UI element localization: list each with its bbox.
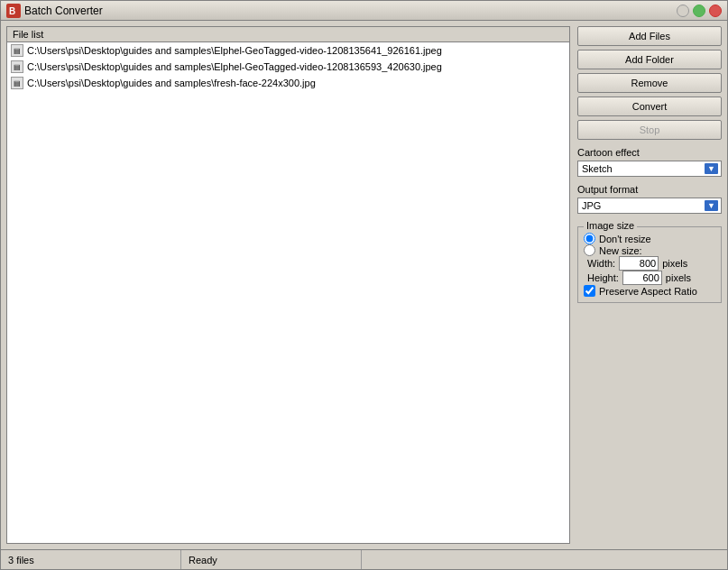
preserve-aspect-label[interactable]: Preserve Aspect Ratio — [599, 286, 697, 297]
dont-resize-radio[interactable] — [584, 233, 595, 244]
height-pixels-label: pixels — [666, 272, 691, 283]
output-format-select[interactable]: JPG PNG BMP TIFF — [577, 198, 722, 214]
ready-status: Ready — [181, 550, 362, 569]
file-icon: ▤ — [11, 60, 23, 73]
svg-text:B: B — [9, 6, 15, 16]
main-content: File list ▤C:\Users\psi\Desktop\guides a… — [1, 21, 727, 549]
file-icon: ▤ — [11, 77, 23, 89]
title-bar-buttons — [677, 5, 722, 17]
minimize-button[interactable] — [677, 5, 689, 17]
window-title: Batch Converter — [24, 5, 103, 17]
app-icon: B — [6, 4, 21, 18]
action-buttons: Add Files Add Folder Remove Convert Stop — [577, 26, 722, 140]
output-format-select-wrapper: JPG PNG BMP TIFF — [577, 198, 722, 214]
preserve-aspect-checkbox[interactable] — [584, 285, 595, 297]
new-size-row: New size: — [584, 244, 715, 256]
image-size-legend: Image size — [584, 220, 637, 231]
remove-button[interactable]: Remove — [577, 73, 722, 93]
width-pixels-label: pixels — [662, 258, 687, 269]
new-size-label[interactable]: New size: — [599, 245, 642, 256]
new-size-radio[interactable] — [584, 244, 595, 256]
width-label: Width: — [587, 258, 615, 269]
file-path: C:\Users\psi\Desktop\guides and samples\… — [27, 61, 442, 72]
cartoon-effect-select[interactable]: Sketch Cartoon None — [577, 161, 722, 177]
height-label: Height: — [587, 272, 619, 283]
add-folder-button[interactable]: Add Folder — [577, 50, 722, 69]
close-button[interactable] — [709, 5, 722, 17]
title-bar: B Batch Converter — [1, 1, 727, 21]
cartoon-effect-select-wrapper: Sketch Cartoon None — [577, 161, 722, 177]
cartoon-effect-group: Cartoon effect Sketch Cartoon None — [577, 147, 722, 177]
main-window: B Batch Converter File list ▤C:\Users\ps… — [0, 0, 728, 570]
file-count-status: 3 files — [1, 550, 181, 569]
file-panel: File list ▤C:\Users\psi\Desktop\guides a… — [6, 26, 570, 544]
list-item[interactable]: ▤C:\Users\psi\Desktop\guides and samples… — [7, 75, 569, 91]
height-input[interactable] — [622, 271, 662, 285]
add-files-button[interactable]: Add Files — [577, 26, 722, 46]
width-input[interactable] — [619, 256, 659, 271]
preserve-aspect-row: Preserve Aspect Ratio — [584, 285, 715, 297]
width-row: Width: pixels — [584, 256, 715, 271]
height-row: Height: pixels — [584, 271, 715, 285]
list-item[interactable]: ▤C:\Users\psi\Desktop\guides and samples… — [7, 42, 569, 59]
settings-panel: Cartoon effect Sketch Cartoon None Outpu… — [577, 147, 722, 303]
convert-button[interactable]: Convert — [577, 97, 722, 116]
output-format-group: Output format JPG PNG BMP TIFF — [577, 184, 722, 214]
title-bar-left: B Batch Converter — [6, 4, 103, 18]
dont-resize-label[interactable]: Don't resize — [599, 234, 651, 244]
cartoon-effect-label: Cartoon effect — [577, 147, 722, 158]
image-size-fieldset: Image size Don't resize New size: Width:… — [577, 226, 722, 303]
output-format-label: Output format — [577, 184, 722, 195]
dont-resize-row: Don't resize — [584, 233, 715, 244]
file-list[interactable]: ▤C:\Users\psi\Desktop\guides and samples… — [7, 42, 569, 543]
progress-status — [362, 550, 727, 569]
file-path: C:\Users\psi\Desktop\guides and samples\… — [27, 78, 316, 88]
status-bar: 3 files Ready — [1, 549, 727, 569]
right-panel: Add Files Add Folder Remove Convert Stop… — [577, 26, 722, 544]
file-path: C:\Users\psi\Desktop\guides and samples\… — [27, 45, 442, 56]
maximize-button[interactable] — [693, 5, 705, 17]
file-icon: ▤ — [11, 44, 23, 57]
file-panel-header: File list — [7, 27, 569, 42]
list-item[interactable]: ▤C:\Users\psi\Desktop\guides and samples… — [7, 59, 569, 75]
stop-button[interactable]: Stop — [577, 120, 722, 140]
